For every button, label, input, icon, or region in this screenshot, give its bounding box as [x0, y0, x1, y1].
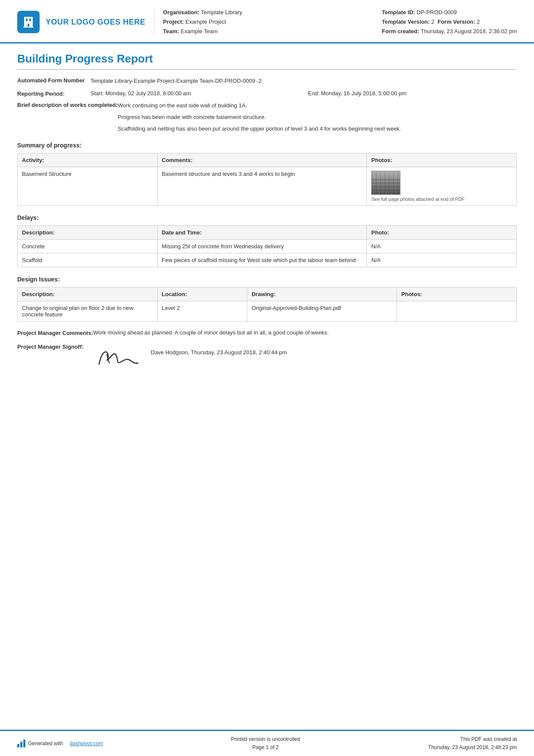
bar3	[23, 740, 25, 747]
reporting-period-values: Start: Monday, 02 July 2018, 8:00:00 am …	[90, 90, 517, 97]
design-issues-heading: Design Issues:	[17, 276, 517, 283]
footer-right: This PDF was created at Thursday, 23 Aug…	[428, 735, 517, 752]
footer: Generated with dashpivot.com Printed ver…	[0, 730, 534, 756]
footer-page-number: Page 1 of 2	[231, 744, 300, 752]
form-number-value: Template Library-Example Project-Example…	[90, 77, 517, 86]
logo-text: YOUR LOGO GOES HERE	[46, 18, 146, 27]
brief-desc-section: Brief description of works completed: Wo…	[17, 101, 517, 133]
summary-comments-1: Basement structure and levels 3 and 4 wo…	[157, 167, 367, 206]
brief-line-1: Work continuing on the east side wall of…	[118, 101, 517, 110]
delays-photo-1: N/A	[367, 240, 517, 253]
design-col-photos: Photos:	[397, 287, 516, 301]
delays-col-datetime: Date and Time:	[157, 226, 367, 240]
footer-logo-icon	[17, 740, 25, 747]
delays-desc-1: Concrete	[18, 240, 158, 253]
form-version-label: Form Version:	[438, 19, 475, 25]
delays-desc-2: Scaffold	[18, 253, 158, 267]
brief-line-3: Scaffolding and netting has also been pu…	[118, 125, 517, 134]
footer-uncontrolled: Printed version is uncontrolled	[231, 735, 300, 744]
summary-activity-1: Basement Structure	[18, 167, 158, 206]
delays-table: Description: Date and Time: Photo: Concr…	[17, 225, 517, 267]
footer-center: Printed version is uncontrolled Page 1 o…	[231, 735, 300, 752]
summary-col-photos: Photos:	[367, 153, 517, 167]
project-value: Example Project	[186, 19, 227, 25]
header: YOUR LOGO GOES HERE Organisation: Templa…	[0, 0, 534, 44]
template-version-value: 2	[431, 19, 434, 25]
design-col-drawing: Drawing:	[247, 287, 397, 301]
summary-table-header-row: Activity: Comments: Photos:	[18, 153, 517, 167]
org-value: Template Library	[201, 9, 242, 16]
logo-icon	[17, 11, 40, 33]
footer-generated-text: Generated with	[28, 740, 63, 747]
team-label: Team:	[163, 28, 179, 34]
delays-datetime-1: Missing 25t of concrete from Wednesday d…	[157, 240, 367, 253]
design-photos-1	[397, 301, 516, 322]
header-right: Template ID: DP-PROD-0009 Template Versi…	[382, 8, 517, 36]
period-start: Start: Monday, 02 July 2018, 8:00:00 am	[90, 90, 299, 97]
logo-area: YOUR LOGO GOES HERE	[17, 8, 146, 36]
design-drawing-1: Original-Approved-Building-Plan.pdf	[247, 301, 397, 322]
signature-svg	[90, 345, 146, 371]
summary-col-activity: Activity:	[18, 153, 158, 167]
signature-area: Dave Hodgson, Thursday, 23 August 2018, …	[90, 345, 517, 371]
form-created-line: Form created: Thursday, 23 August 2018, …	[382, 27, 517, 36]
delays-heading: Delays:	[17, 214, 517, 221]
pm-comments-section: Project Manager Comments: Work moving ah…	[17, 329, 517, 336]
summary-col-comments: Comments:	[157, 153, 367, 167]
brief-desc-label: Brief description of works completed:	[17, 101, 118, 108]
team-line: Team: Example Team	[163, 27, 373, 36]
project-line: Project: Example Project	[163, 17, 373, 27]
org-label: Organisation:	[163, 9, 200, 16]
reporting-period-label: Reporting Period:	[17, 90, 90, 97]
building-thumbnail	[371, 171, 400, 195]
delays-photo-2: N/A	[367, 253, 517, 267]
page: YOUR LOGO GOES HERE Organisation: Templa…	[0, 0, 534, 756]
footer-logo-area: Generated with dashpivot.com	[17, 740, 103, 747]
photo-caption-1: See full page photos attached at end of …	[371, 197, 512, 202]
form-created-value: Thursday, 23 August 2018, 2:36:02 pm	[421, 28, 517, 34]
form-created-label: Form created:	[382, 28, 419, 34]
design-issues-row-1: Change to original plan on floor 2 due t…	[18, 301, 517, 322]
form-number-section: Automated Form Number Template Library-E…	[17, 77, 517, 86]
delays-col-desc: Description:	[18, 226, 158, 240]
template-id-line: Template ID: DP-PROD-0009	[382, 8, 517, 17]
design-desc-1: Change to original plan on floor 2 due t…	[18, 301, 158, 322]
summary-heading: Summary of progress:	[17, 142, 517, 149]
delays-header-row: Description: Date and Time: Photo:	[18, 226, 517, 240]
template-id-label: Template ID:	[382, 9, 415, 16]
bar1	[17, 744, 19, 747]
footer-link[interactable]: dashpivot.com	[70, 740, 103, 747]
delays-row-2: Scaffold Few pieces of scaffold missing …	[18, 253, 517, 267]
version-line: Template Version: 2 Form Version: 2	[382, 17, 517, 27]
form-version-value: 2	[477, 19, 480, 25]
reporting-period-section: Reporting Period: Start: Monday, 02 July…	[17, 90, 517, 97]
main-content: Building Progress Report Automated Form …	[0, 44, 534, 562]
pm-signoff-value: Dave Hodgson, Thursday, 23 August 2018, …	[90, 343, 517, 371]
template-id-value: DP-PROD-0009	[417, 9, 457, 16]
pm-signoff-label: Project Manager Signoff:	[17, 343, 90, 350]
org-line: Organisation: Template Library	[163, 8, 373, 17]
bar2	[20, 742, 22, 747]
period-end: End: Monday, 16 July 2018, 5:00:00 pm	[308, 90, 517, 97]
delays-col-photo: Photo:	[367, 226, 517, 240]
signoff-person: Dave Hodgson, Thursday, 23 August 2018, …	[151, 345, 287, 356]
design-location-1: Level 2	[157, 301, 247, 322]
template-version-label: Template Version:	[382, 19, 430, 25]
brief-desc-value: Work continuing on the east side wall of…	[118, 101, 517, 133]
logo-svg	[22, 15, 35, 29]
form-number-label: Automated Form Number	[17, 77, 90, 84]
design-issues-table: Description: Location: Drawing: Photos: …	[17, 287, 517, 322]
team-value: Example Team	[180, 28, 217, 34]
design-issues-header-row: Description: Location: Drawing: Photos:	[18, 287, 517, 301]
summary-photos-1: See full page photos attached at end of …	[367, 167, 517, 206]
pm-comments-value: Work moving ahead as planned. A couple o…	[93, 329, 517, 336]
header-center: Organisation: Template Library Project: …	[154, 8, 373, 36]
design-col-location: Location:	[157, 287, 247, 301]
design-col-desc: Description:	[18, 287, 158, 301]
footer-pdf-created-value: Thursday, 23 August 2018, 2:48:23 pm	[428, 744, 517, 752]
footer-pdf-created-label: This PDF was created at	[428, 735, 517, 744]
pm-signoff-section: Project Manager Signoff: Dave Hodgson, T…	[17, 343, 517, 371]
report-title: Building Progress Report	[17, 52, 517, 70]
brief-line-2: Progress has been made with concrete bas…	[118, 113, 517, 122]
project-label: Project:	[163, 19, 184, 25]
